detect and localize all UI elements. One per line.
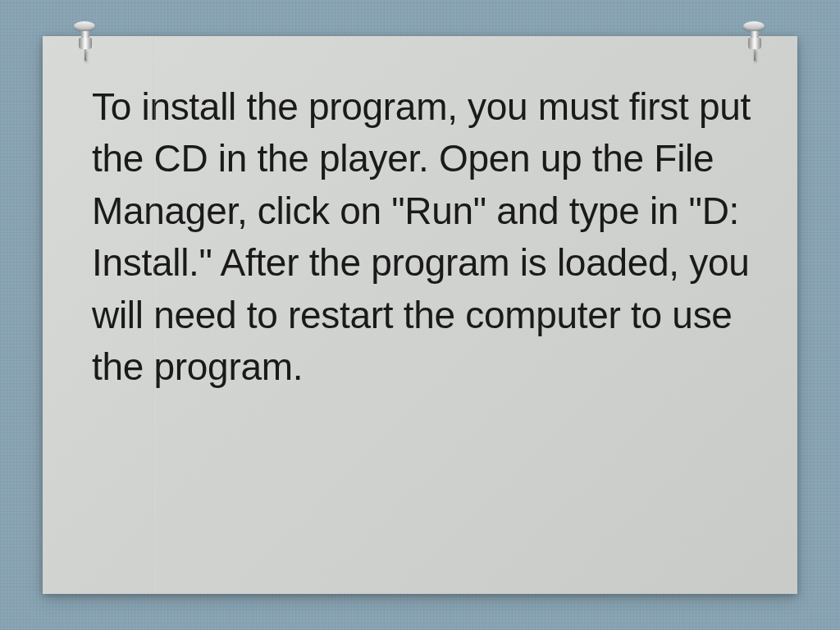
note-body-text: To install the program, you must first p…: [92, 81, 756, 394]
pinned-note-card: To install the program, you must first p…: [43, 36, 797, 594]
paper-fold-line: [153, 36, 154, 594]
pushpin-icon: [74, 21, 97, 61]
pushpin-icon: [743, 21, 766, 61]
